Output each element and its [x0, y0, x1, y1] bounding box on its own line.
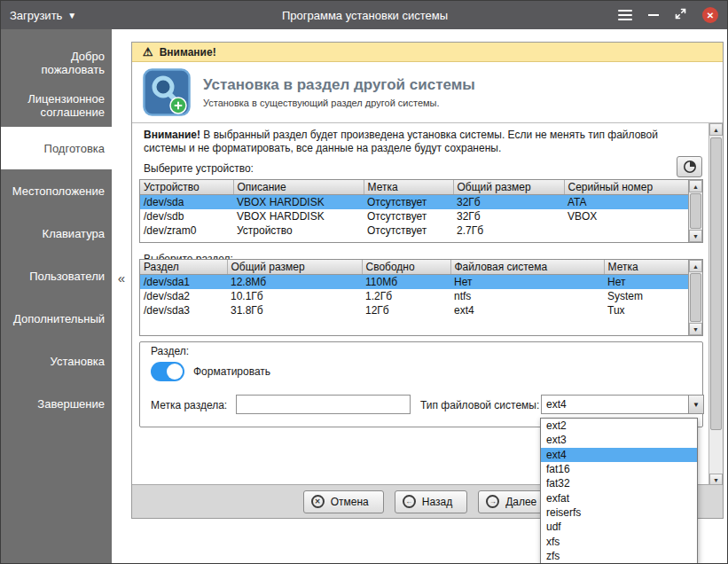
scroll-up-icon[interactable]: ▲: [689, 260, 702, 272]
sidebar-item-label: Пользователи: [29, 270, 105, 283]
format-toggle[interactable]: [151, 362, 184, 381]
cell: 12.8Мб: [227, 275, 362, 290]
maximize-button[interactable]: [675, 7, 686, 23]
fs-option-fat16[interactable]: fat16: [541, 462, 697, 476]
load-menu-button[interactable]: Загрузить ▼: [10, 1, 76, 29]
disk-usage-button[interactable]: [677, 156, 702, 177]
column-header[interactable]: Метка: [604, 260, 688, 275]
sidebar-item-label: Лицензионное соглашение: [8, 92, 105, 119]
sidebar-item-license[interactable]: Лицензионное соглашение: [1, 84, 112, 127]
cell: Отсутствует: [364, 195, 453, 210]
page-title: Установка в раздел другой системы: [203, 76, 475, 94]
partition-row-sda1[interactable]: /dev/sda1 12.8Мб 110Мб Нет Нет: [140, 275, 688, 290]
device-table: Устройство Описание Метка Общий размер С…: [139, 179, 703, 243]
device-section-label: Выберите устройство:: [144, 162, 254, 175]
back-button[interactable]: ← Назад: [395, 490, 467, 513]
partition-label-input[interactable]: [236, 395, 411, 414]
cancel-button[interactable]: ✕ Отмена: [303, 490, 384, 513]
fs-option-exfat[interactable]: exfat: [541, 490, 697, 505]
groupbox-title: Раздел:: [151, 345, 189, 357]
fs-option-zfs[interactable]: zfs: [541, 549, 697, 563]
sidebar-item-users[interactable]: Пользователи: [1, 255, 112, 297]
sidebar-item-location[interactable]: Местоположение: [1, 169, 112, 212]
sidebar-item-keyboard[interactable]: Клавиатура: [1, 212, 112, 255]
hamburger-menu-icon[interactable]: [618, 10, 632, 20]
column-header[interactable]: Общий размер: [227, 260, 362, 275]
cell: 32Гб: [453, 195, 564, 210]
device-row-zram0[interactable]: /dev/zram0 Устройство Отсутствует 2.7Гб: [140, 223, 688, 238]
cell: 31.8Гб: [227, 303, 362, 317]
back-arrow-icon: ←: [403, 495, 416, 508]
column-header[interactable]: Файловая система: [450, 260, 604, 275]
toggle-knob: [167, 364, 183, 380]
cell: VBOX: [564, 209, 688, 223]
sidebar-item-label: Подготовка: [44, 142, 105, 155]
scroll-up-icon[interactable]: ▲: [709, 123, 723, 136]
cell: VBOX HARDDISK: [233, 209, 364, 223]
window-controls: ✕: [618, 1, 718, 29]
partition-row-sda2[interactable]: /dev/sda2 10.1Гб 1.2Гб ntfs System: [140, 289, 688, 303]
device-row-sda[interactable]: /dev/sda VBOX HARDDISK Отсутствует 32Гб …: [140, 195, 688, 210]
fs-option-xfs[interactable]: xfs: [541, 534, 697, 548]
chevron-down-icon: ▼: [67, 11, 76, 20]
fs-type-value: ext4: [546, 398, 567, 411]
device-table-scrollbar: ▲ ▼: [688, 180, 702, 242]
format-toggle-label: Форматировать: [193, 365, 270, 378]
scrollbar-thumb[interactable]: [690, 193, 701, 229]
sidebar: Добро пожаловать Лицензионное соглашение…: [1, 29, 112, 564]
cell: Отсутствует: [364, 209, 453, 223]
partition-app-icon: [143, 68, 191, 116]
fs-type-field-label: Тип файловой системы:: [420, 399, 539, 411]
sidebar-item-label: Установка: [51, 355, 105, 368]
cell: /dev/sda: [140, 195, 233, 210]
warning-banner-text: Внимание!: [160, 46, 216, 59]
partition-label-field-label: Метка раздела:: [151, 399, 227, 411]
sidebar-item-label: Клавиатура: [43, 227, 105, 240]
sidebar-item-preparation[interactable]: Подготовка: [1, 127, 112, 169]
column-header[interactable]: Раздел: [140, 260, 227, 275]
partition-row-sda3[interactable]: /dev/sda3 31.8Гб 12Гб ext4 Tux: [140, 303, 688, 317]
column-header[interactable]: Метка: [364, 180, 453, 195]
scroll-up-icon[interactable]: ▲: [689, 180, 702, 192]
fs-option-ext3[interactable]: ext3: [541, 433, 697, 447]
column-header[interactable]: Свободно: [362, 260, 450, 275]
sidebar-collapse-button[interactable]: «: [114, 267, 129, 288]
cell: 10.1Гб: [227, 289, 362, 303]
notice-bold: Внимание!: [144, 129, 200, 141]
scroll-down-icon[interactable]: ▼: [689, 230, 702, 242]
sidebar-item-label: Местоположение: [12, 184, 105, 198]
cell: /dev/sda2: [140, 289, 227, 303]
sidebar-item-welcome[interactable]: Добро пожаловать: [1, 42, 112, 84]
fs-option-udf[interactable]: udf: [541, 520, 697, 534]
sidebar-item-label: Дополнительный: [13, 312, 105, 325]
sidebar-item-additional[interactable]: Дополнительный: [1, 297, 112, 340]
cell: 32Гб: [453, 209, 564, 223]
device-row-sdb[interactable]: /dev/sdb VBOX HARDDISK Отсутствует 32Гб …: [140, 209, 688, 223]
cell: /dev/sda1: [140, 275, 227, 290]
column-header[interactable]: Общий размер: [453, 180, 564, 195]
sidebar-item-finish[interactable]: Завершение: [1, 382, 112, 425]
column-header[interactable]: Серийный номер: [564, 180, 688, 195]
scrollbar-thumb[interactable]: [690, 273, 701, 322]
combo-dropdown-button[interactable]: ▼: [688, 396, 703, 413]
partition-table-header-row: Раздел Общий размер Свободно Файловая си…: [140, 260, 688, 275]
fs-option-ext4[interactable]: ext4: [541, 448, 697, 462]
cell: ntfs: [450, 289, 604, 303]
fs-type-combobox[interactable]: ext4 ▼: [541, 395, 704, 414]
column-header[interactable]: Устройство: [140, 180, 233, 195]
fs-option-fat32[interactable]: fat32: [541, 476, 697, 490]
scrollbar-thumb[interactable]: [710, 137, 722, 430]
fs-option-reiserfs[interactable]: reiserfs: [541, 505, 697, 520]
installer-window: Загрузить ▼ Программа установки системы …: [0, 0, 728, 564]
column-header[interactable]: Описание: [233, 180, 364, 195]
sidebar-item-installation[interactable]: Установка: [1, 340, 112, 382]
close-button[interactable]: ✕: [702, 7, 718, 23]
minimize-button[interactable]: [648, 14, 659, 16]
cell: VBOX HARDDISK: [233, 195, 364, 210]
content-scrollbar: ▲ ▼: [708, 123, 723, 486]
scroll-down-icon[interactable]: ▼: [689, 323, 702, 335]
cell: ATA: [564, 195, 688, 210]
load-menu-label: Загрузить: [10, 9, 62, 22]
sidebar-collapse-strip: «: [112, 29, 131, 564]
fs-option-ext2[interactable]: ext2: [541, 419, 697, 433]
